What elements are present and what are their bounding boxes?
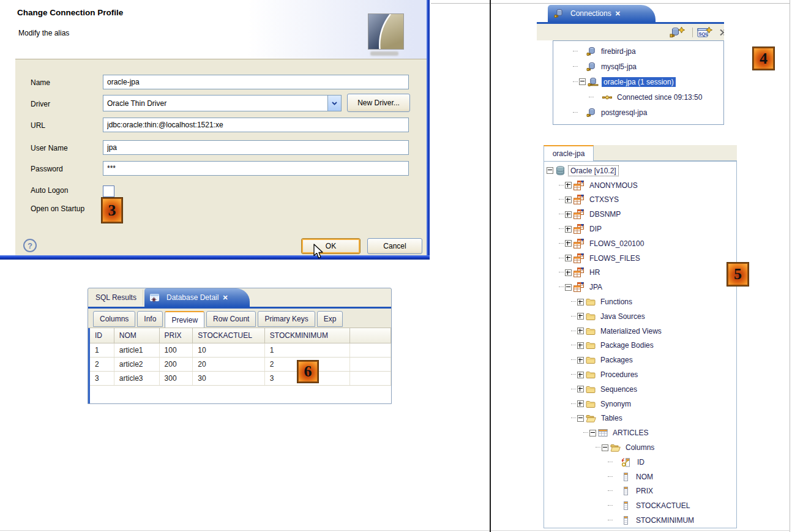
tree-item-label[interactable]: Functions xyxy=(599,297,634,307)
tree-item-label[interactable]: DIP xyxy=(588,224,603,234)
expand-plus-icon[interactable] xyxy=(577,372,584,378)
subtab-preview[interactable]: Preview xyxy=(165,311,204,328)
tree-item-label[interactable]: mysql5-jpa xyxy=(599,62,638,72)
tree-item-label[interactable]: postgresql-jpa xyxy=(599,108,649,118)
tree-item-label[interactable]: STOCKMINIMUM xyxy=(634,515,696,525)
expand-plus-icon[interactable] xyxy=(565,211,572,218)
expand-plus-icon[interactable] xyxy=(577,400,584,407)
tree-item-label[interactable]: Tables xyxy=(599,413,624,423)
tree-item-label[interactable]: Connected since 09:13:50 xyxy=(615,92,704,102)
tree-connector xyxy=(571,418,576,419)
table-row[interactable]: 2article2200202 xyxy=(90,358,391,372)
expand-plus-icon[interactable] xyxy=(565,269,572,276)
tree-item-label[interactable]: Materialized Views xyxy=(599,326,663,336)
tab-connections[interactable]: Connections ✕ xyxy=(548,5,656,22)
new-connection-profile-icon[interactable] xyxy=(670,26,685,39)
subtab-row-count[interactable]: Row Count xyxy=(206,311,256,327)
tree-item-label[interactable]: oracle-jpa (1 session) xyxy=(602,77,676,87)
tab-database-detail-label: Database Detail xyxy=(166,293,219,302)
table-icon xyxy=(598,428,608,438)
collapse-minus-icon[interactable] xyxy=(547,167,553,174)
subtab-info[interactable]: Info xyxy=(137,311,163,327)
tree-item-label[interactable]: ID xyxy=(635,457,646,467)
subtab-exp[interactable]: Exp xyxy=(317,311,343,327)
collapse-minus-icon[interactable] xyxy=(602,444,608,451)
tree-item-label[interactable]: JPA xyxy=(588,282,604,292)
expand-plus-icon[interactable] xyxy=(577,313,584,320)
connection-profile-icon xyxy=(586,62,596,72)
close-icon[interactable]: ✕ xyxy=(615,10,621,17)
tree-item-label[interactable]: Package Bodies xyxy=(599,340,656,350)
expand-plus-icon[interactable] xyxy=(565,226,572,233)
password-input[interactable] xyxy=(103,161,409,176)
subtab-primary-keys[interactable]: Primary Keys xyxy=(258,311,315,327)
tab-oracle-jpa[interactable]: oracle-jpa xyxy=(544,145,594,161)
tree-item-label[interactable]: ANONYMOUS xyxy=(588,181,640,190)
expand-plus-icon[interactable] xyxy=(577,386,584,392)
tree-item-label[interactable]: STOCKACTUEL xyxy=(634,501,692,511)
tree-item-label[interactable]: Sequences xyxy=(599,384,639,394)
expand-plus-icon[interactable] xyxy=(577,357,584,364)
tree-item-label[interactable]: ARTICLES xyxy=(611,428,650,438)
table-row[interactable]: 3article3300303 xyxy=(90,372,391,386)
close-icon[interactable]: ✕ xyxy=(222,294,228,301)
name-input[interactable] xyxy=(103,75,409,89)
collapse-minus-icon[interactable] xyxy=(565,284,572,291)
tree-item-label[interactable]: CTXSYS xyxy=(588,195,621,204)
tree-row: Sequences xyxy=(544,382,736,397)
new-driver-button[interactable]: New Driver... xyxy=(347,94,410,112)
tree-item-label[interactable]: FLOWS_020100 xyxy=(588,239,646,249)
open-sql-editor-icon[interactable]: SQL xyxy=(697,26,712,39)
ok-button[interactable]: OK xyxy=(301,238,361,254)
chevron-down-icon[interactable] xyxy=(327,96,341,111)
tab-database-detail[interactable]: Database Detail ✕ xyxy=(144,288,250,307)
username-input[interactable] xyxy=(103,140,409,155)
column-header[interactable]: NOM xyxy=(114,328,160,343)
column-header[interactable] xyxy=(350,328,391,343)
subtab-columns[interactable]: Columns xyxy=(93,311,135,327)
help-icon[interactable]: ? xyxy=(23,239,37,252)
collapse-minus-icon[interactable] xyxy=(577,415,584,422)
tree-connector xyxy=(608,476,613,478)
column-header[interactable]: PRIX xyxy=(160,328,193,343)
column-header[interactable]: STOCKMINIMUM xyxy=(265,328,350,343)
tree-item-label[interactable]: Procedures xyxy=(599,370,640,380)
schema-icon xyxy=(573,224,585,234)
collapse-minus-icon[interactable] xyxy=(589,430,596,436)
expand-plus-icon[interactable] xyxy=(565,197,572,203)
expand-plus-icon[interactable] xyxy=(565,182,572,189)
tree-item-label[interactable]: DBSNMP xyxy=(588,209,622,219)
cancel-button[interactable]: Cancel xyxy=(367,238,422,254)
more-actions-icon[interactable] xyxy=(720,28,724,37)
tree-item-label[interactable]: FLOWS_FILES xyxy=(588,253,642,263)
expand-plus-icon[interactable] xyxy=(565,255,572,261)
tree-item-label[interactable]: NOM xyxy=(634,472,655,482)
tree-item-label[interactable]: PRIX xyxy=(634,486,655,496)
column-header[interactable]: STOCKACTUEL xyxy=(193,328,265,343)
table-cell: article1 xyxy=(114,343,160,357)
driver-combobox[interactable]: Oracle Thin Driver xyxy=(103,95,342,111)
tree-item-label[interactable]: firebird-jpa xyxy=(599,47,638,56)
table-row[interactable]: 1article1100101 xyxy=(90,343,391,358)
tree-row: Tables xyxy=(544,411,736,426)
tree-item-label[interactable]: HR xyxy=(588,268,602,277)
tree-item-label[interactable]: Packages xyxy=(599,355,635,365)
tree-item-label[interactable]: Synonym xyxy=(599,399,633,409)
column-header[interactable]: ID xyxy=(90,328,114,343)
tree-item-label[interactable]: Columns xyxy=(624,443,656,452)
connections-tree: firebird-jpamysql5-jpaoracle-jpa (1 sess… xyxy=(553,40,724,125)
tree-item-label[interactable]: Java Sources xyxy=(599,312,647,321)
url-input[interactable] xyxy=(103,118,409,132)
folder-icon xyxy=(586,399,596,409)
collapse-minus-icon[interactable] xyxy=(579,78,586,85)
annotation-badge-4: 4 xyxy=(753,47,774,70)
expand-plus-icon[interactable] xyxy=(577,299,584,305)
tree-row: Synonym xyxy=(544,397,736,411)
expand-plus-icon[interactable] xyxy=(577,342,584,349)
expand-plus-icon[interactable] xyxy=(565,240,572,247)
tab-sql-results[interactable]: SQL Results xyxy=(89,290,143,305)
schema-icon xyxy=(573,195,585,204)
expand-plus-icon[interactable] xyxy=(577,328,584,334)
auto-logon-checkbox[interactable] xyxy=(103,185,114,197)
tree-item-label[interactable]: Oracle [v10.2] xyxy=(569,166,618,176)
